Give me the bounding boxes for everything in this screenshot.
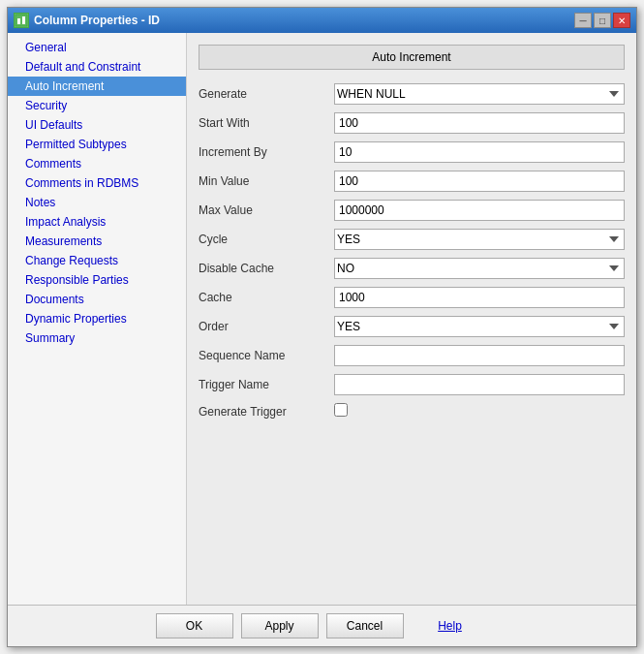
minimize-button[interactable]: ─ bbox=[574, 13, 592, 28]
select-generate[interactable]: WHEN NULLALWAYSNEVER bbox=[334, 83, 625, 105]
close-button[interactable]: ✕ bbox=[613, 13, 630, 28]
label-start-with: Start With bbox=[199, 116, 334, 130]
sidebar-item-security[interactable]: Security bbox=[8, 96, 186, 115]
input-cache[interactable] bbox=[334, 287, 625, 308]
sidebar-item-notes[interactable]: Notes bbox=[8, 193, 186, 212]
form-row-increment-by: Increment By bbox=[199, 141, 625, 163]
svg-rect-2 bbox=[22, 16, 25, 24]
label-generate: Generate bbox=[199, 87, 334, 101]
window-icon bbox=[14, 13, 29, 28]
input-start-with[interactable] bbox=[334, 112, 625, 134]
checkbox-generate-trigger[interactable] bbox=[334, 403, 348, 417]
window-body: GeneralDefault and ConstraintAuto Increm… bbox=[8, 33, 636, 605]
maximize-button[interactable]: □ bbox=[594, 13, 611, 28]
window-title: Column Properties - ID bbox=[34, 14, 160, 27]
sidebar-item-responsible-parties[interactable]: Responsible Parties bbox=[8, 270, 186, 290]
label-min-value: Min Value bbox=[199, 174, 334, 188]
label-cycle: Cycle bbox=[199, 233, 334, 246]
input-trigger-name[interactable] bbox=[334, 374, 625, 395]
label-cache: Cache bbox=[199, 291, 334, 304]
cancel-button[interactable]: Cancel bbox=[326, 613, 404, 638]
footer: OK Apply Cancel Help bbox=[8, 605, 636, 646]
label-increment-by: Increment By bbox=[199, 145, 334, 159]
form-row-max-value: Max Value bbox=[199, 200, 625, 221]
label-trigger-name: Trigger Name bbox=[199, 378, 334, 391]
svg-rect-1 bbox=[17, 18, 20, 24]
section-header: Auto Increment bbox=[199, 45, 625, 70]
sidebar-item-comments[interactable]: Comments bbox=[8, 154, 186, 173]
apply-button[interactable]: Apply bbox=[241, 613, 319, 638]
form-row-cache: Cache bbox=[199, 287, 625, 308]
label-sequence-name: Sequence Name bbox=[199, 349, 334, 362]
form-row-sequence-name: Sequence Name bbox=[199, 345, 625, 366]
form-row-cycle: CycleYESNO bbox=[199, 229, 625, 250]
sidebar-item-auto-increment[interactable]: Auto Increment bbox=[8, 77, 186, 96]
input-min-value[interactable] bbox=[334, 171, 625, 192]
title-bar-buttons: ─ □ ✕ bbox=[574, 13, 630, 28]
sidebar-item-measurements[interactable]: Measurements bbox=[8, 232, 186, 251]
column-properties-window: Column Properties - ID ─ □ ✕ GeneralDefa… bbox=[7, 7, 637, 647]
main-content: Auto Increment GenerateWHEN NULLALWAYSNE… bbox=[187, 33, 636, 605]
form-row-generate: GenerateWHEN NULLALWAYSNEVER bbox=[199, 83, 625, 105]
form-row-order: OrderYESNO bbox=[199, 316, 625, 337]
form-row-trigger-name: Trigger Name bbox=[199, 374, 625, 395]
help-button[interactable]: Help bbox=[412, 613, 489, 638]
sidebar-item-dynamic-properties[interactable]: Dynamic Properties bbox=[8, 309, 186, 328]
select-cycle[interactable]: YESNO bbox=[334, 229, 625, 250]
select-disable-cache[interactable]: NOYES bbox=[334, 258, 625, 279]
title-bar: Column Properties - ID ─ □ ✕ bbox=[8, 8, 636, 33]
sidebar-item-permitted-subtypes[interactable]: Permitted Subtypes bbox=[8, 135, 186, 154]
label-disable-cache: Disable Cache bbox=[199, 262, 334, 275]
sidebar: GeneralDefault and ConstraintAuto Increm… bbox=[8, 33, 187, 605]
sidebar-item-documents[interactable]: Documents bbox=[8, 290, 186, 309]
sidebar-item-change-requests[interactable]: Change Requests bbox=[8, 251, 186, 270]
ok-button[interactable]: OK bbox=[156, 613, 233, 638]
sidebar-item-default-constraint[interactable]: Default and Constraint bbox=[8, 57, 186, 77]
input-sequence-name[interactable] bbox=[334, 345, 625, 366]
form-row-generate-trigger: Generate Trigger bbox=[199, 403, 625, 420]
form-row-start-with: Start With bbox=[199, 112, 625, 134]
title-bar-left: Column Properties - ID bbox=[14, 13, 160, 28]
sidebar-item-comments-rdbms[interactable]: Comments in RDBMS bbox=[8, 173, 186, 193]
label-max-value: Max Value bbox=[199, 203, 334, 217]
sidebar-item-ui-defaults[interactable]: UI Defaults bbox=[8, 115, 186, 135]
form-row-disable-cache: Disable CacheNOYES bbox=[199, 258, 625, 279]
sidebar-item-summary[interactable]: Summary bbox=[8, 328, 186, 348]
sidebar-item-general[interactable]: General bbox=[8, 38, 186, 57]
svg-rect-0 bbox=[15, 15, 27, 26]
select-order[interactable]: YESNO bbox=[334, 316, 625, 337]
input-max-value[interactable] bbox=[334, 200, 625, 221]
input-increment-by[interactable] bbox=[334, 141, 625, 163]
label-generate-trigger: Generate Trigger bbox=[199, 405, 334, 419]
form-row-min-value: Min Value bbox=[199, 171, 625, 192]
sidebar-item-impact-analysis[interactable]: Impact Analysis bbox=[8, 212, 186, 232]
label-order: Order bbox=[199, 320, 334, 333]
